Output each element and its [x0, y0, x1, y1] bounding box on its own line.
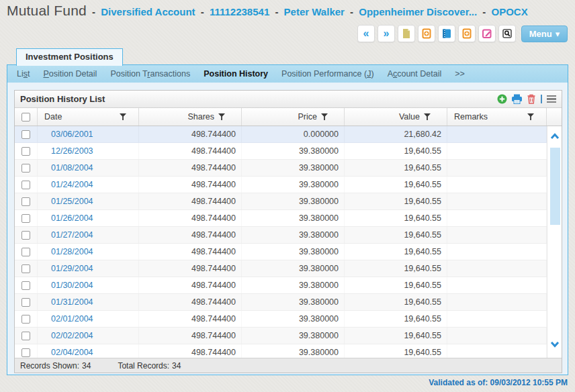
date-link[interactable]: 02/04/2004 [51, 348, 93, 357]
investment-positions-panel: ListPosition DetailPosition Transactions… [7, 64, 568, 375]
date-link[interactable]: 02/02/2004 [51, 331, 93, 340]
row-checkbox[interactable] [21, 181, 30, 189]
subtab-position-performance-j[interactable]: Position Performance (J) [281, 69, 374, 79]
date-link[interactable]: 01/29/2004 [51, 264, 93, 273]
filter-icon[interactable] [218, 113, 225, 120]
price-cell: 39.380000 [242, 311, 345, 327]
row-checkbox[interactable] [21, 197, 30, 206]
list-title: Position History List [20, 94, 105, 104]
table-row[interactable]: 01/29/2004 498.744400 39.380000 19,640.5… [15, 260, 562, 277]
page-title: Mutual Fund [7, 3, 87, 18]
row-checkbox[interactable] [21, 147, 30, 156]
backward-button[interactable]: « [357, 25, 375, 42]
date-link[interactable]: 02/01/2004 [51, 314, 93, 324]
total-records-value: 34 [172, 361, 181, 371]
column-header-shares[interactable]: Shares [139, 108, 242, 126]
column-chooser-button[interactable] [547, 95, 556, 103]
shares-cell: 498.744400 [139, 126, 242, 142]
date-link[interactable]: 01/24/2004 [51, 180, 93, 189]
remarks-cell [447, 177, 547, 193]
date-link[interactable]: 01/25/2004 [51, 197, 93, 206]
table-row[interactable]: 01/27/2004 498.744400 39.380000 19,640.5… [15, 227, 562, 244]
header-link-3[interactable]: Oppenheimer Discover... [359, 6, 477, 17]
menu-button[interactable]: Menu ▾ [521, 26, 568, 42]
forward-button[interactable]: » [378, 25, 395, 42]
add-document-button[interactable] [418, 25, 435, 42]
subtab-list[interactable]: List [17, 69, 30, 79]
row-checkbox[interactable] [21, 248, 30, 256]
date-link[interactable]: 12/26/2003 [51, 146, 93, 156]
date-link[interactable]: 01/27/2004 [51, 230, 93, 240]
row-checkbox[interactable] [21, 264, 30, 273]
price-cell: 39.380000 [242, 193, 345, 209]
table-row[interactable]: 02/02/2004 498.744400 39.380000 19,640.5… [15, 328, 562, 344]
subtab-position-transactions[interactable]: Position Transactions [110, 69, 190, 79]
row-checkbox[interactable] [21, 298, 30, 307]
vertical-scrollbar[interactable] [547, 126, 562, 358]
date-link[interactable]: 01/28/2004 [51, 247, 93, 256]
header-link-4[interactable]: OPOCX [492, 6, 528, 17]
remarks-cell [447, 294, 547, 310]
delete-button[interactable] [527, 94, 536, 104]
shares-cell: 498.744400 [139, 227, 242, 243]
date-link[interactable]: 01/26/2004 [51, 213, 93, 223]
table-row[interactable]: 01/08/2004 498.744400 39.380000 19,640.5… [15, 160, 562, 177]
select-all-checkbox[interactable] [21, 113, 30, 121]
document-button[interactable] [398, 25, 415, 42]
add-record-button[interactable] [458, 25, 476, 42]
table-row[interactable]: 01/31/2004 498.744400 39.380000 19,640.5… [15, 294, 562, 311]
column-header-remarks[interactable]: Remarks [447, 108, 547, 126]
remarks-cell [447, 143, 547, 159]
filter-icon[interactable] [321, 113, 328, 120]
table-row[interactable]: 01/30/2004 498.744400 39.380000 19,640.5… [15, 277, 562, 294]
table-row[interactable]: 12/26/2003 498.744400 39.380000 19,640.5… [15, 143, 562, 160]
column-header-date[interactable]: Date [38, 108, 139, 126]
table-row[interactable]: 01/28/2004 498.744400 39.380000 19,640.5… [15, 244, 562, 260]
date-link[interactable]: 01/30/2004 [51, 281, 93, 290]
edit-button[interactable] [478, 25, 496, 42]
row-checkbox[interactable] [21, 130, 30, 139]
subtab-position-history[interactable]: Position History [204, 69, 268, 79]
subtab-position-detail[interactable]: Position Detail [43, 69, 97, 79]
subtab-[interactable]: >> [455, 69, 465, 79]
row-checkbox[interactable] [21, 332, 30, 340]
table-row[interactable]: 01/25/2004 498.744400 39.380000 19,640.5… [15, 193, 562, 210]
table-row[interactable]: 02/04/2004 498.744400 39.380000 19,640.5… [15, 344, 562, 358]
date-link[interactable]: 03/06/2001 [51, 130, 93, 139]
select-all-cell [15, 108, 38, 126]
header-link-1[interactable]: 11112238541 [210, 6, 269, 17]
filter-icon[interactable] [424, 113, 431, 120]
value-cell: 19,640.55 [345, 344, 447, 358]
scroll-up-icon[interactable] [549, 132, 560, 140]
notebook-button[interactable] [438, 25, 455, 42]
remarks-cell [447, 277, 547, 293]
table-row[interactable]: 02/01/2004 498.744400 39.380000 19,640.5… [15, 311, 562, 328]
row-checkbox[interactable] [21, 231, 30, 240]
date-link[interactable]: 01/08/2004 [51, 163, 93, 173]
row-checkbox[interactable] [21, 348, 30, 357]
column-header-price[interactable]: Price [242, 108, 345, 126]
remarks-cell [447, 344, 547, 358]
scroll-down-icon[interactable] [549, 340, 560, 348]
tab-investment-positions[interactable]: Investment Positions [16, 48, 123, 66]
row-checkbox[interactable] [21, 164, 30, 173]
filter-icon[interactable] [120, 113, 126, 120]
header-link-2[interactable]: Peter Walker [284, 6, 345, 17]
scrollbar-thumb[interactable] [550, 148, 560, 225]
column-header-value[interactable]: Value [345, 108, 447, 126]
search-button[interactable] [498, 25, 516, 42]
table-row[interactable]: 03/06/2001 498.744400 0.000000 21,680.42 [15, 126, 562, 143]
date-link[interactable]: 01/31/2004 [51, 297, 93, 307]
price-cell: 39.380000 [242, 160, 345, 176]
row-checkbox[interactable] [21, 281, 30, 290]
subtab-account-detail[interactable]: Account Detail [388, 69, 442, 79]
row-checkbox[interactable] [21, 214, 30, 223]
header-link-0[interactable]: Diversified Account [101, 6, 195, 17]
add-button[interactable] [497, 94, 507, 104]
print-button[interactable] [511, 94, 523, 104]
table-row[interactable]: 01/24/2004 498.744400 39.380000 19,640.5… [15, 177, 562, 193]
filter-icon[interactable] [527, 113, 534, 120]
row-checkbox[interactable] [21, 315, 30, 324]
validated-timestamp: Validated as of: 09/03/2012 10:55 PM [429, 378, 568, 387]
table-row[interactable]: 01/26/2004 498.744400 39.380000 19,640.5… [15, 210, 562, 227]
